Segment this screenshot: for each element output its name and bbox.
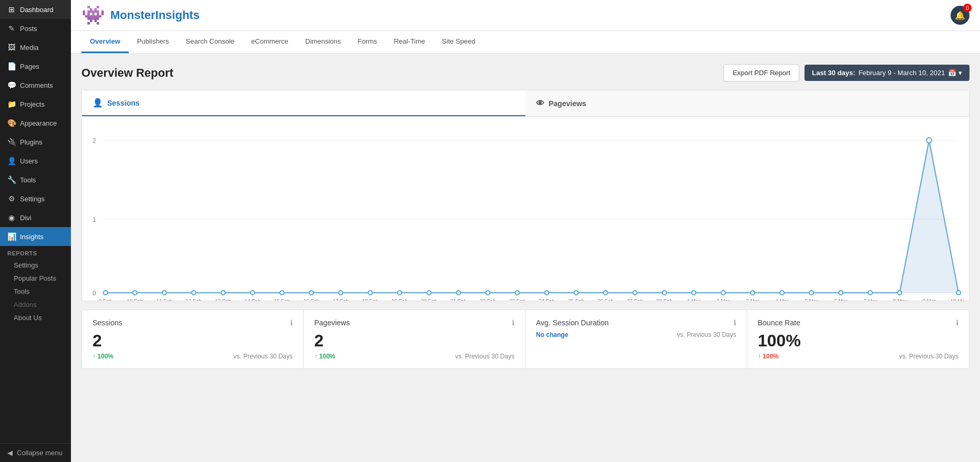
svg-point-22 (574, 291, 578, 295)
tab-publishers[interactable]: Publishers (129, 31, 178, 53)
sidebar-item-insights[interactable]: 📊 Insights (0, 227, 71, 246)
svg-text:7 Mar: 7 Mar (863, 299, 877, 301)
logo-monster-icon: 👾 (81, 4, 105, 26)
tab-site-speed[interactable]: Site Speed (434, 31, 484, 53)
chart-tab-sessions[interactable]: 👤 Sessions (82, 90, 525, 116)
tab-ecommerce[interactable]: eCommerce (243, 31, 297, 53)
svg-text:23 Feb: 23 Feb (509, 299, 525, 301)
collapse-menu-button[interactable]: ◀ Collapse menu (0, 443, 71, 462)
svg-text:22 Feb: 22 Feb (480, 299, 496, 301)
svg-point-23 (603, 291, 607, 295)
svg-text:18 Feb: 18 Feb (362, 299, 378, 301)
svg-point-14 (339, 291, 343, 295)
stat-label-avg-session: Avg. Session Duration (536, 319, 608, 327)
sidebar-item-users[interactable]: 👤 Users (0, 151, 71, 170)
sidebar-item-settings[interactable]: ⚙ Settings (0, 189, 71, 208)
media-icon: 🖼 (7, 43, 16, 52)
svg-text:25 Feb: 25 Feb (568, 299, 584, 301)
plugins-icon: 🔌 (7, 138, 16, 146)
notification-button[interactable]: 🔔 0 (951, 6, 969, 25)
sidebar-item-pages[interactable]: 📄 Pages (0, 57, 71, 76)
stat-vs-sessions: vs. Previous 30 Days (233, 353, 293, 360)
divi-icon: ◉ (7, 213, 16, 222)
sidebar-item-posts[interactable]: ✎ Posts (0, 19, 71, 38)
svg-text:2: 2 (92, 137, 96, 145)
tab-real-time[interactable]: Real-Time (386, 31, 434, 53)
svg-text:6 Mar: 6 Mar (834, 299, 848, 301)
tools-icon: 🔧 (7, 176, 16, 184)
collapse-icon: ◀ (7, 449, 13, 457)
sidebar-sub-popular-posts[interactable]: Popular Posts (0, 272, 71, 285)
tab-overview[interactable]: Overview (81, 31, 129, 53)
stat-card-avg-session: Avg. Session Duration ℹ No change vs. Pr… (525, 310, 747, 368)
stat-label-sessions: Sessions (92, 319, 122, 327)
tab-search-console[interactable]: Search Console (178, 31, 243, 53)
sidebar-item-divi[interactable]: ◉ Divi (0, 208, 71, 227)
export-pdf-button[interactable]: Export PDF Report (724, 64, 799, 81)
overview-title: Overview Report (81, 66, 173, 80)
svg-point-20 (515, 291, 519, 295)
sidebar-item-comments[interactable]: 💬 Comments (0, 76, 71, 95)
svg-text:15 Feb: 15 Feb (274, 299, 290, 301)
stat-info-pageviews[interactable]: ℹ (512, 319, 514, 327)
svg-text:1 Mar: 1 Mar (687, 299, 701, 301)
notification-icon: 🔔 (955, 11, 965, 20)
sidebar-item-dashboard[interactable]: ⊞ Dashboard (0, 0, 71, 19)
svg-point-10 (221, 291, 225, 295)
stat-value-bounce-rate: 100% (758, 331, 958, 351)
comments-icon: 💬 (7, 81, 16, 89)
svg-point-25 (662, 291, 666, 295)
svg-point-16 (398, 291, 402, 295)
sidebar-item-appearance[interactable]: 🎨 Appearance (0, 114, 71, 132)
svg-point-9 (192, 291, 196, 295)
svg-text:3 Mar: 3 Mar (746, 299, 760, 301)
date-range-button[interactable]: Last 30 days: February 9 - March 10, 202… (804, 65, 969, 81)
settings-icon: ⚙ (7, 194, 16, 203)
tab-dimensions[interactable]: Dimensions (297, 31, 349, 53)
dashboard-icon: ⊞ (7, 5, 16, 14)
stat-pct-avg-session: No change (536, 331, 568, 338)
pages-icon: 📄 (7, 62, 16, 70)
stat-card-bounce-rate: Bounce Rate ℹ 100% ↑ 100% vs. Previous 3… (747, 310, 969, 368)
stat-info-avg-session[interactable]: ℹ (734, 319, 736, 327)
svg-point-30 (809, 291, 813, 295)
svg-point-12 (280, 291, 284, 295)
sidebar-sub-settings[interactable]: Settings (0, 259, 71, 272)
svg-text:20 Feb: 20 Feb (421, 299, 437, 301)
sidebar-item-media[interactable]: 🖼 Media (0, 38, 71, 57)
svg-text:21 Feb: 21 Feb (450, 299, 467, 301)
svg-point-6 (104, 291, 108, 295)
svg-text:16 Feb: 16 Feb (303, 299, 319, 301)
stat-change-bounce-rate: ↑ 100% vs. Previous 30 Days (758, 353, 958, 360)
stat-label-bounce-rate: Bounce Rate (758, 319, 800, 327)
stat-info-bounce-rate[interactable]: ℹ (956, 319, 958, 327)
svg-point-21 (544, 291, 549, 295)
sidebar-sub-about-us[interactable]: About Us (0, 311, 71, 324)
svg-point-35 (956, 291, 961, 295)
sidebar-item-tools[interactable]: 🔧 Tools (0, 170, 71, 189)
svg-text:9 Feb: 9 Feb (99, 299, 112, 301)
tab-forms[interactable]: Forms (349, 31, 386, 53)
svg-text:19 Feb: 19 Feb (391, 299, 408, 301)
svg-point-15 (368, 291, 373, 295)
svg-text:4 Mar: 4 Mar (776, 299, 789, 301)
sidebar-sub-tools[interactable]: Tools (0, 285, 71, 298)
svg-point-33 (898, 291, 902, 295)
chart-tab-pageviews[interactable]: 👁 Pageviews (525, 90, 969, 116)
tabs-bar: Overview Publishers Search Console eComm… (71, 31, 980, 54)
svg-point-17 (427, 291, 431, 295)
users-icon: 👤 (7, 157, 16, 165)
svg-point-7 (133, 291, 137, 295)
svg-text:5 Mar: 5 Mar (805, 299, 819, 301)
stat-header-sessions: Sessions ℹ (92, 319, 293, 327)
main-content: 👾 MonsterInsights 🔔 0 Overview Publisher… (71, 0, 980, 462)
stat-header-bounce-rate: Bounce Rate ℹ (758, 319, 958, 327)
appearance-icon: 🎨 (7, 119, 16, 127)
sidebar-item-plugins[interactable]: 🔌 Plugins (0, 132, 71, 151)
stat-pct-bounce-rate: ↑ 100% (758, 353, 779, 360)
sessions-chart-icon: 👤 (92, 98, 103, 108)
sidebar-sub-addons: Addons (0, 298, 71, 311)
stat-info-sessions[interactable]: ℹ (290, 319, 293, 327)
sidebar-item-projects[interactable]: 📁 Projects (0, 95, 71, 114)
svg-text:0: 0 (92, 290, 96, 297)
